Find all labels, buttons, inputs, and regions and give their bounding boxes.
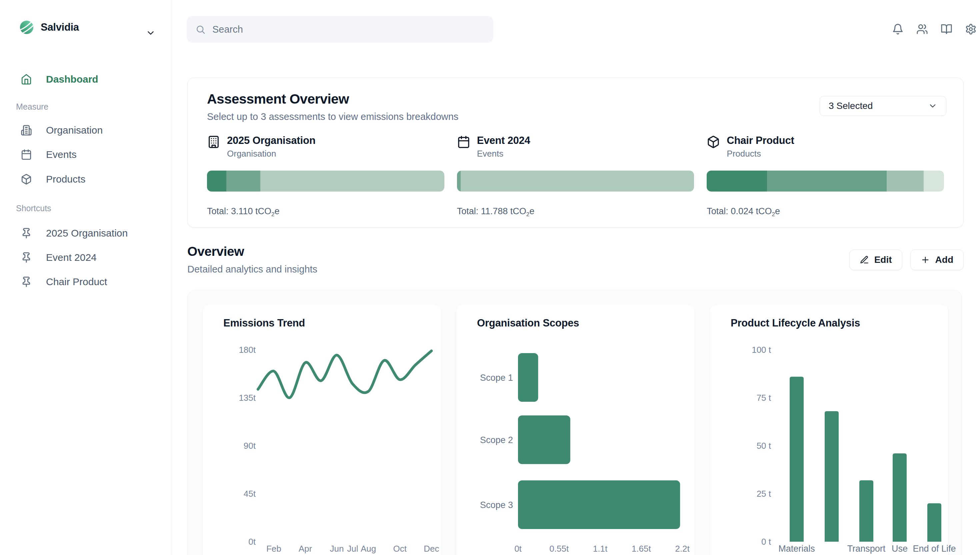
svg-text:Materials: Materials xyxy=(778,544,815,554)
assessment-cards-grid: 2025 Organisation Organisation Total: 3.… xyxy=(207,135,944,218)
bell-icon[interactable] xyxy=(892,23,904,35)
sidebar-item-chair-product[interactable]: Chair Product xyxy=(0,272,171,292)
organisation-scopes-chart-card: Organisation Scopes Scope 1Scope 2Scope … xyxy=(456,305,695,555)
emissions-stacked-bar xyxy=(707,170,944,192)
edit-button[interactable]: Edit xyxy=(849,250,902,270)
sidebar-item-events[interactable]: Events xyxy=(0,145,171,164)
building-icon xyxy=(207,135,220,149)
svg-text:0t: 0t xyxy=(248,537,255,547)
search-icon xyxy=(195,24,206,35)
sidebar-item-products[interactable]: Products xyxy=(0,170,171,189)
sidebar: Salvidia Dashboard Measure Organisation … xyxy=(0,0,171,555)
svg-text:Jul: Jul xyxy=(347,544,358,554)
charts-panel: Emissions Trend 180t135t90t45t0tFebAprJu… xyxy=(187,290,962,555)
add-button[interactable]: Add xyxy=(910,250,964,270)
chart-title: Emissions Trend xyxy=(223,317,441,329)
overview-title: Overview xyxy=(187,244,244,259)
home-icon xyxy=(21,74,32,85)
assessment-card-2025-organisation: 2025 Organisation Organisation Total: 3.… xyxy=(207,135,444,218)
total-emissions: Total: 0.024 tCO2e xyxy=(707,206,944,218)
emissions-stacked-bar xyxy=(457,170,694,192)
assessment-selector-label: 3 Selected xyxy=(829,101,873,111)
brand-name: Salvidia xyxy=(41,21,79,33)
book-open-icon[interactable] xyxy=(941,23,952,35)
salvidia-logo-icon xyxy=(20,21,33,34)
assessment-card-event-2024: Event 2024 Events Total: 11.788 tCO2e xyxy=(457,135,694,218)
assessment-title: 2025 Organisation xyxy=(227,135,315,147)
svg-text:50 t: 50 t xyxy=(757,441,771,451)
svg-text:1.65t: 1.65t xyxy=(632,544,651,554)
pin-icon xyxy=(21,276,32,287)
package-icon xyxy=(21,173,32,185)
chart-title: Product Lifecycle Analysis xyxy=(731,317,948,329)
svg-text:Dec: Dec xyxy=(424,544,439,554)
sidebar-item-event-2024[interactable]: Event 2024 xyxy=(0,248,171,267)
assessment-category: Products xyxy=(727,149,794,159)
svg-text:Scope 3: Scope 3 xyxy=(480,500,513,510)
svg-text:Transport: Transport xyxy=(847,544,886,554)
assessment-selector-dropdown[interactable]: 3 Selected xyxy=(820,96,946,116)
sidebar-item-label: Products xyxy=(46,173,85,185)
assessment-category: Events xyxy=(477,149,530,159)
pin-icon xyxy=(21,228,32,239)
svg-text:90t: 90t xyxy=(244,441,256,451)
assessment-card-chair-product: Chair Product Products Total: 0.024 tCO2… xyxy=(707,135,944,218)
search-bar xyxy=(187,16,493,43)
topbar-actions xyxy=(892,23,977,35)
svg-text:2.2t: 2.2t xyxy=(675,544,690,554)
brand[interactable]: Salvidia xyxy=(20,21,79,34)
chevron-down-icon[interactable] xyxy=(146,28,156,38)
assessment-overview-card: Assessment Overview Select up to 3 asses… xyxy=(187,78,964,228)
svg-text:Apr: Apr xyxy=(299,544,312,554)
assessment-title: Event 2024 xyxy=(477,135,530,147)
svg-text:Use: Use xyxy=(892,544,908,554)
sidebar-item-dashboard[interactable]: Dashboard xyxy=(0,70,171,89)
sidebar-item-label: Event 2024 xyxy=(46,252,97,263)
svg-text:0.55t: 0.55t xyxy=(549,544,569,554)
assessment-title: Chair Product xyxy=(727,135,794,147)
sidebar-item-label: 2025 Organisation xyxy=(46,228,128,239)
assessment-overview-subtitle: Select up to 3 assessments to view emiss… xyxy=(207,111,458,122)
svg-text:75 t: 75 t xyxy=(757,393,771,403)
calendar-icon xyxy=(21,149,32,160)
pin-icon xyxy=(21,252,32,263)
svg-text:0t: 0t xyxy=(514,544,522,554)
emissions-trend-chart: 180t135t90t45t0tFebAprJunJulAugOctDec xyxy=(216,338,441,555)
emissions-trend-chart-card: Emissions Trend 180t135t90t45t0tFebAprJu… xyxy=(202,305,441,555)
sidebar-item-label: Events xyxy=(46,149,77,160)
plus-icon xyxy=(921,255,930,265)
svg-text:End of Life: End of Life xyxy=(913,544,956,554)
organisation-scopes-chart: Scope 1Scope 2Scope 30t0.55t1.1t1.65t2.2… xyxy=(470,338,695,555)
users-icon[interactable] xyxy=(916,23,928,35)
sidebar-item-2025-organisation[interactable]: 2025 Organisation xyxy=(0,223,171,243)
emissions-stacked-bar xyxy=(207,170,444,192)
svg-text:Scope 2: Scope 2 xyxy=(480,435,513,445)
total-emissions: Total: 3.110 tCO2e xyxy=(207,206,444,218)
overview-actions: Edit Add xyxy=(849,250,964,270)
svg-text:135t: 135t xyxy=(239,393,255,403)
sidebar-item-organisation[interactable]: Organisation xyxy=(0,120,171,140)
svg-text:0 t: 0 t xyxy=(762,537,771,547)
pencil-icon xyxy=(860,255,869,265)
building-icon xyxy=(21,125,32,136)
chart-title: Organisation Scopes xyxy=(477,317,695,329)
total-emissions: Total: 11.788 tCO2e xyxy=(457,206,694,218)
assessment-category: Organisation xyxy=(227,149,315,159)
search-input[interactable] xyxy=(212,24,485,35)
gear-icon[interactable] xyxy=(965,23,977,35)
sidebar-section-measure: Measure xyxy=(16,102,48,112)
calendar-icon xyxy=(457,135,470,149)
svg-text:Aug: Aug xyxy=(361,544,376,554)
chevron-down-icon xyxy=(928,101,937,111)
sidebar-item-label: Organisation xyxy=(46,125,103,136)
product-lifecycle-chart-card: Product Lifecycle Analysis 100 t75 t50 t… xyxy=(710,305,948,555)
svg-text:45t: 45t xyxy=(244,489,256,499)
svg-text:100 t: 100 t xyxy=(752,345,771,355)
product-lifecycle-chart: 100 t75 t50 t25 t0 tMaterialsTransportUs… xyxy=(723,338,948,555)
sidebar-item-label: Chair Product xyxy=(46,276,107,287)
sidebar-item-label: Dashboard xyxy=(46,74,98,85)
svg-text:180t: 180t xyxy=(239,345,255,355)
svg-text:Oct: Oct xyxy=(393,544,406,554)
package-icon xyxy=(707,135,720,149)
svg-text:25 t: 25 t xyxy=(757,489,771,499)
